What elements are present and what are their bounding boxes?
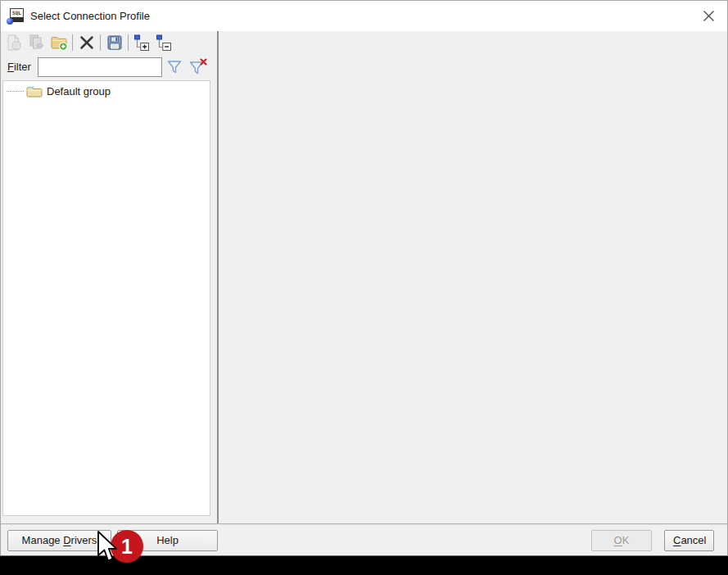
filter-clear-icon bbox=[188, 58, 208, 76]
toolbar-separator bbox=[72, 34, 73, 51]
delete-button[interactable] bbox=[75, 33, 97, 52]
profile-detail-panel bbox=[219, 31, 727, 523]
screenshot-root: SQL Select Connection Profile bbox=[0, 0, 728, 575]
copy-profile-button[interactable] bbox=[25, 33, 47, 52]
new-group-icon bbox=[50, 34, 68, 52]
new-profile-icon bbox=[6, 34, 24, 52]
titlebar: SQL Select Connection Profile bbox=[1, 1, 727, 31]
window-title: Select Connection Profile bbox=[30, 10, 150, 22]
filter-funnel-icon bbox=[165, 58, 184, 75]
main-area: Filter bbox=[1, 31, 727, 523]
toolbar-separator bbox=[128, 34, 129, 51]
cancel-button[interactable]: Cancel bbox=[664, 530, 714, 551]
ok-button[interactable]: OK bbox=[591, 530, 652, 551]
clear-filter-button[interactable] bbox=[188, 57, 210, 78]
close-button[interactable] bbox=[690, 2, 727, 31]
tree-connector-line bbox=[7, 91, 24, 92]
new-profile-button[interactable] bbox=[3, 33, 25, 52]
copy-profile-icon bbox=[28, 34, 46, 52]
apply-filter-button[interactable] bbox=[164, 57, 186, 78]
mouse-cursor-icon bbox=[96, 530, 118, 564]
select-connection-profile-dialog: SQL Select Connection Profile bbox=[0, 0, 728, 556]
sql-workbench-icon: SQL bbox=[7, 7, 25, 25]
save-profiles-button[interactable] bbox=[103, 33, 125, 52]
save-icon bbox=[106, 34, 124, 52]
expand-all-button[interactable] bbox=[131, 33, 153, 52]
profile-tree: Default group bbox=[2, 80, 210, 516]
close-icon bbox=[703, 10, 715, 22]
tree-item-default-group[interactable]: Default group bbox=[3, 84, 210, 99]
profile-toolbar bbox=[1, 31, 217, 54]
filter-input[interactable] bbox=[38, 57, 162, 77]
profile-list-panel: Filter bbox=[1, 31, 217, 523]
filter-label: Filter bbox=[7, 61, 31, 73]
tree-item-label: Default group bbox=[47, 85, 111, 97]
collapse-all-button[interactable] bbox=[153, 33, 175, 52]
folder-icon bbox=[26, 85, 43, 98]
sql-icon-ball bbox=[7, 18, 13, 25]
new-group-button[interactable] bbox=[47, 33, 70, 52]
filter-row: Filter bbox=[1, 54, 217, 79]
delete-icon bbox=[78, 34, 96, 52]
expand-all-icon bbox=[133, 34, 151, 52]
collapse-all-icon bbox=[155, 34, 174, 52]
toolbar-separator bbox=[100, 34, 101, 51]
